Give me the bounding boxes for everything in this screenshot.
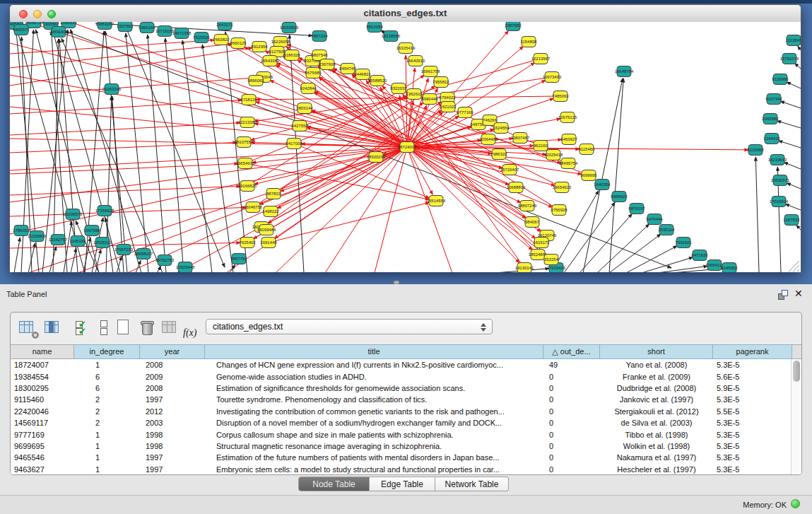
graph-node[interactable]: 1244415 [763, 134, 780, 144]
row-height-icon[interactable] [94, 319, 114, 337]
graph-node[interactable]: 2935114 [659, 225, 676, 235]
graph-node[interactable]: 8958923 [611, 192, 628, 202]
graph-node[interactable]: 10973493 [543, 72, 562, 83]
graph-node[interactable]: 10653267 [95, 22, 114, 30]
graph-node[interactable]: 1167533 [784, 215, 801, 226]
table-row[interactable]: 977716911998Corpus callosum shape and si… [11, 428, 792, 440]
function-builder-icon[interactable]: f(x) [183, 319, 203, 337]
table-row[interactable]: 969969511998Structural magnetic resonanc… [11, 440, 792, 452]
column-header-title[interactable]: title [205, 344, 543, 359]
graph-node[interactable]: 15692971 [771, 175, 790, 186]
window-titlebar[interactable]: citations_edges.txt [10, 5, 801, 23]
graph-node[interactable]: 1145194 [70, 236, 87, 247]
graph-node[interactable]: 9427552 [291, 121, 308, 132]
table-row[interactable]: 1830029562008Estimation of significance … [11, 382, 792, 394]
column-header-short[interactable]: short [600, 344, 713, 359]
graph-node[interactable]: 16640910 [406, 56, 425, 66]
graph-node[interactable]: 9660125 [230, 38, 247, 49]
graph-node[interactable]: 7485063 [552, 91, 569, 102]
graph-node[interactable]: 11156809 [28, 231, 46, 242]
show-columns-icon[interactable] [43, 319, 63, 337]
column-header-in_degree[interactable]: in_degree [74, 344, 140, 359]
graph-node[interactable]: 20206575 [64, 209, 83, 220]
graph-node[interactable]: 2643271 [216, 22, 233, 30]
table-row[interactable]: 911546021997Tourette syndrome. Phenomeno… [11, 394, 792, 405]
graph-node[interactable]: 8471626 [691, 250, 708, 261]
graph-node[interactable]: 6966160 [139, 23, 155, 33]
graph-node[interactable]: 20364486 [479, 134, 498, 145]
column-header-name[interactable]: name [11, 344, 74, 359]
splitter-handle[interactable] [394, 281, 399, 284]
graph-node[interactable]: 9245652 [721, 263, 738, 273]
graph-node[interactable]: 2803144 [296, 103, 313, 114]
graph-node[interactable]: 16961758 [421, 66, 440, 77]
column-header-out_de[interactable]: △ out_de... [543, 344, 600, 359]
new-column-icon[interactable] [114, 319, 134, 337]
graph-node[interactable]: 1691448 [260, 238, 277, 248]
graph-node[interactable]: 1624554 [493, 123, 510, 134]
graph-node[interactable]: 9756928 [551, 205, 567, 216]
network-graph[interactable]: 8405872140557241305567218051520691406940… [10, 22, 801, 272]
network-canvas[interactable]: 8405872140557241305567218051520691406940… [10, 22, 801, 272]
table-row[interactable]: 946554611997Estimation of the future num… [11, 452, 792, 463]
graph-node[interactable]: 16210643 [768, 155, 787, 165]
graph-node[interactable]: 19218586 [382, 31, 401, 42]
graph-node[interactable]: 12923448 [176, 262, 195, 273]
graph-node[interactable]: 16648784 [615, 66, 634, 77]
graph-node[interactable]: 2087682 [505, 22, 522, 31]
graph-node[interactable]: 12213967 [531, 54, 551, 64]
tab-network-table[interactable]: Network Table [435, 477, 509, 491]
graph-node[interactable]: 18807249 [518, 201, 537, 211]
graph-node[interactable]: 7986322 [490, 149, 507, 160]
graph-node[interactable]: 9474444 [646, 214, 663, 225]
graph-node[interactable]: 984067 [525, 217, 540, 228]
graph-node[interactable]: 15720407 [500, 165, 519, 175]
graph-node[interactable]: 7663822 [213, 35, 230, 45]
graph-node[interactable]: 2093582 [762, 114, 779, 124]
resize-grip[interactable] [789, 261, 799, 271]
graph-node[interactable]: 16053809 [280, 23, 299, 33]
scrollbar-thumb[interactable] [793, 361, 800, 382]
graph-node[interactable]: 9777169 [457, 107, 473, 118]
graph-node[interactable]: 20691406 [49, 27, 69, 37]
graph-node[interactable]: 16543382 [261, 56, 280, 66]
graph-node[interactable]: 16046756 [244, 202, 263, 213]
graph-node[interactable]: 19654935 [236, 158, 255, 169]
graph-node[interactable]: 7515526 [193, 33, 210, 43]
graph-node[interactable]: 1615172 [533, 238, 550, 248]
graph-node[interactable]: 21053346 [102, 84, 122, 95]
graph-node[interactable]: 7625402 [239, 238, 256, 248]
graph-node[interactable]: 16958107 [134, 249, 153, 259]
table-row[interactable]: 946362711997Embryonic stem cells: a mode… [11, 464, 792, 475]
graph-node[interactable]: 16782753 [155, 255, 175, 266]
graph-node[interactable]: 9397588 [83, 226, 100, 236]
graph-node[interactable]: 15751074 [780, 54, 799, 64]
graph-node[interactable]: 1154808 [521, 37, 538, 47]
graph-node[interactable]: 9129966 [772, 74, 789, 85]
graph-node[interactable]: 17957253 [114, 245, 134, 255]
graph-node[interactable]: 6879197 [628, 204, 645, 214]
graph-node[interactable]: 9405572 [13, 25, 30, 35]
delete-table-icon[interactable] [160, 319, 180, 337]
delete-column-icon[interactable] [138, 319, 158, 337]
graph-node[interactable]: 1621022 [440, 102, 457, 112]
graph-node[interactable]: 2718126 [240, 95, 257, 105]
graph-node[interactable]: 14671368 [172, 28, 192, 39]
graph-node[interactable]: 2367608 [319, 59, 336, 70]
graph-node[interactable]: 10325418 [544, 150, 563, 160]
graph-node[interactable]: 962160 [534, 141, 548, 151]
graph-node[interactable]: 16226058 [271, 37, 290, 47]
graph-node[interactable]: 14130141 [515, 263, 534, 273]
select-rows-icon[interactable]: ✔✔ [70, 319, 90, 337]
graph-node[interactable]: 1362615 [406, 89, 423, 100]
graph-node[interactable]: 17016504 [770, 197, 789, 207]
graph-node[interactable]: 18300295 [367, 152, 386, 163]
graph-node[interactable]: 12213382 [238, 117, 257, 128]
graph-node[interactable]: 8912954 [251, 42, 268, 52]
table-row[interactable]: 1938455462009Genome-wide association stu… [11, 370, 792, 382]
graph-node[interactable]: 18495754 [559, 158, 578, 169]
graph-node[interactable]: 10807487 [511, 133, 530, 144]
table-row[interactable]: 2242004622012Investigating the contribut… [11, 406, 792, 417]
graph-node[interactable]: 19166825 [238, 181, 257, 192]
graph-node[interactable]: 19654923 [553, 182, 572, 193]
